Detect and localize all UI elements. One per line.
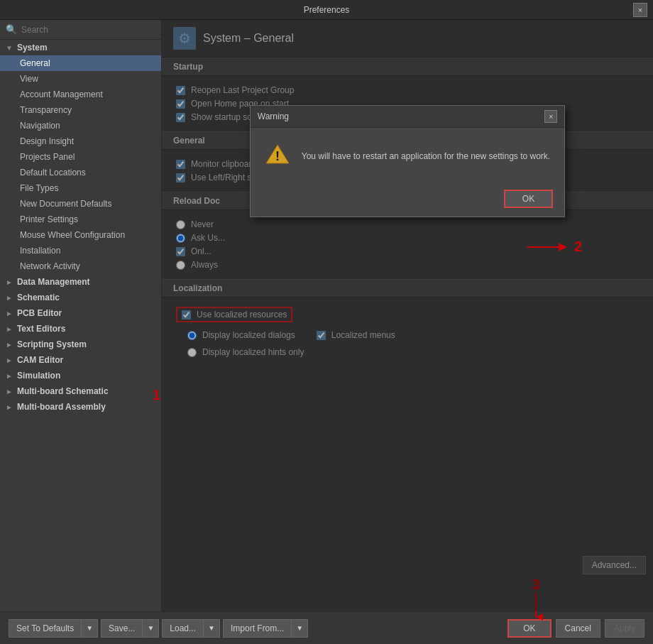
sidebar-item-system[interactable]: System <box>0 40 161 55</box>
dialog-warning-icon: ! <box>265 142 290 170</box>
dialog-title: Warning <box>258 111 289 121</box>
load-group: Load... ▼ <box>162 619 220 638</box>
sidebar-label-mouse-wheel-config: Mouse Wheel Configuration <box>20 230 125 240</box>
sidebar-item-account-management[interactable]: Account Management <box>0 87 161 102</box>
sidebar-item-scripting-system[interactable]: Scripting System <box>0 337 161 352</box>
expand-arrow-system <box>6 44 13 52</box>
sidebar-label-schematic: Schematic <box>17 293 60 302</box>
content-area: 🔍 System General View Account Management… <box>0 20 653 611</box>
sidebar-label-installation: Installation <box>20 246 60 256</box>
sidebar-item-schematic[interactable]: Schematic <box>0 290 161 305</box>
sidebar-label-multi-board-assembly: Multi-board Assembly <box>17 402 106 412</box>
window-title: Preferences <box>304 5 350 15</box>
bottom-left-buttons: Set To Defaults ▼ Save... ▼ Load... ▼ Im… <box>9 619 308 638</box>
search-input[interactable] <box>21 25 155 35</box>
sidebar-item-multi-board-assembly[interactable]: Multi-board Assembly <box>0 399 161 415</box>
main-ok-button[interactable]: OK <box>507 619 551 638</box>
sidebar-item-new-document-defaults[interactable]: New Document Defaults <box>0 196 161 212</box>
save-group: Save... ▼ <box>101 619 159 638</box>
main-container: 🔍 System General View Account Management… <box>0 20 653 644</box>
sidebar-item-design-insight[interactable]: Design Insight <box>0 133 161 149</box>
sidebar-label-text-editors: Text Editors <box>17 324 65 334</box>
save-arrow[interactable]: ▼ <box>142 619 159 638</box>
sidebar-label-scripting-system: Scripting System <box>17 339 87 349</box>
dialog-title-bar: Warning × <box>251 106 564 128</box>
svg-text:!: ! <box>275 149 280 163</box>
warning-icon-svg: ! <box>265 142 290 168</box>
annotation-1-area: 1 <box>153 387 160 403</box>
dialog-body: ! You will have to restart an applicatio… <box>251 128 564 184</box>
dialog-ok-button[interactable]: OK <box>504 190 553 208</box>
sidebar-item-general[interactable]: General <box>0 55 161 71</box>
dialog-footer: OK <box>251 184 564 217</box>
title-bar: Preferences × <box>0 0 653 20</box>
expand-arrow-cam-editor <box>6 356 13 364</box>
load-arrow[interactable]: ▼ <box>203 619 220 638</box>
annotation-2-area: 2 <box>527 239 582 255</box>
expand-arrow-schematic <box>6 294 13 302</box>
close-button[interactable]: × <box>633 3 647 17</box>
apply-button[interactable]: Apply <box>605 619 644 638</box>
sidebar-label-navigation: Navigation <box>20 121 60 131</box>
expand-arrow-multi-board-assembly <box>6 403 13 411</box>
sidebar-item-printer-settings[interactable]: Printer Settings <box>0 212 161 227</box>
sidebar-item-multi-board-schematic[interactable]: Multi-board Schematic <box>0 383 161 399</box>
sidebar-label-system: System <box>17 43 48 53</box>
sidebar-label-projects-panel: Projects Panel <box>20 152 75 162</box>
save-button[interactable]: Save... <box>101 619 142 638</box>
dialog-message: You will have to restart an application … <box>302 151 550 161</box>
arrow-right-svg <box>527 240 570 254</box>
sidebar-label-account-management: Account Management <box>20 89 103 99</box>
sidebar-item-pcb-editor[interactable]: PCB Editor <box>0 305 161 321</box>
warning-dialog: Warning × ! You will have to restart an … <box>250 105 565 217</box>
sidebar-label-multi-board-schematic: Multi-board Schematic <box>17 386 109 396</box>
sidebar-label-design-insight: Design Insight <box>20 136 74 146</box>
sidebar-label-new-document-defaults: New Document Defaults <box>20 199 111 209</box>
sidebar-item-mouse-wheel-config[interactable]: Mouse Wheel Configuration <box>0 227 161 243</box>
expand-arrow-text-editors <box>6 325 13 333</box>
right-panel: ⚙ System – General Startup Reopen Last P… <box>162 20 653 611</box>
sidebar-label-transparency: Transparency <box>20 105 72 115</box>
sidebar-item-default-locations[interactable]: Default Locations <box>0 165 161 180</box>
sidebar-label-general: General <box>20 58 50 68</box>
set-to-defaults-button[interactable]: Set To Defaults <box>9 619 81 638</box>
sidebar-label-file-types: File Types <box>20 183 58 193</box>
expand-arrow-multi-board-schematic <box>6 388 13 395</box>
sidebar-item-installation[interactable]: Installation <box>0 243 161 258</box>
import-from-button[interactable]: Import From... <box>223 619 291 638</box>
sidebar-item-file-types[interactable]: File Types <box>0 180 161 196</box>
sidebar-item-simulation[interactable]: Simulation <box>0 368 161 383</box>
set-to-defaults-group: Set To Defaults ▼ <box>9 619 98 638</box>
sidebar-item-cam-editor[interactable]: CAM Editor <box>0 352 161 368</box>
sidebar-item-navigation[interactable]: Navigation <box>0 118 161 133</box>
sidebar-item-projects-panel[interactable]: Projects Panel <box>0 149 161 165</box>
cancel-button[interactable]: Cancel <box>556 619 600 638</box>
sidebar-label-default-locations: Default Locations <box>20 168 86 178</box>
sidebar-label-cam-editor: CAM Editor <box>17 355 63 365</box>
sidebar: 🔍 System General View Account Management… <box>0 20 162 611</box>
import-from-group: Import From... ▼ <box>223 619 308 638</box>
sidebar-item-transparency[interactable]: Transparency <box>0 102 161 118</box>
expand-arrow-pcb-editor <box>6 310 13 317</box>
bottom-bar: Set To Defaults ▼ Save... ▼ Load... ▼ Im… <box>0 611 653 644</box>
annotation-3-area: 3 OK <box>507 619 551 638</box>
sidebar-label-simulation: Simulation <box>17 371 60 381</box>
dialog-close-button[interactable]: × <box>544 110 557 123</box>
sidebar-item-data-management[interactable]: Data Management <box>0 274 161 290</box>
sidebar-label-pcb-editor: PCB Editor <box>17 308 62 318</box>
expand-arrow-data-management <box>6 278 13 286</box>
import-from-arrow[interactable]: ▼ <box>291 619 308 638</box>
expand-arrow-scripting-system <box>6 341 13 349</box>
dialog-overlay: Warning × ! You will have to restart an … <box>162 20 653 611</box>
sidebar-item-text-editors[interactable]: Text Editors <box>0 321 161 337</box>
load-button[interactable]: Load... <box>162 619 203 638</box>
sidebar-item-network-activity[interactable]: Network Activity <box>0 258 161 274</box>
sidebar-label-data-management: Data Management <box>17 277 90 287</box>
search-box[interactable]: 🔍 <box>0 20 161 40</box>
sidebar-label-network-activity: Network Activity <box>20 261 80 271</box>
sidebar-label-printer-settings: Printer Settings <box>20 214 78 224</box>
annotation-2-label: 2 <box>574 239 582 255</box>
set-to-defaults-arrow[interactable]: ▼ <box>81 619 98 638</box>
search-icon: 🔍 <box>6 24 17 35</box>
sidebar-item-view[interactable]: View <box>0 71 161 87</box>
